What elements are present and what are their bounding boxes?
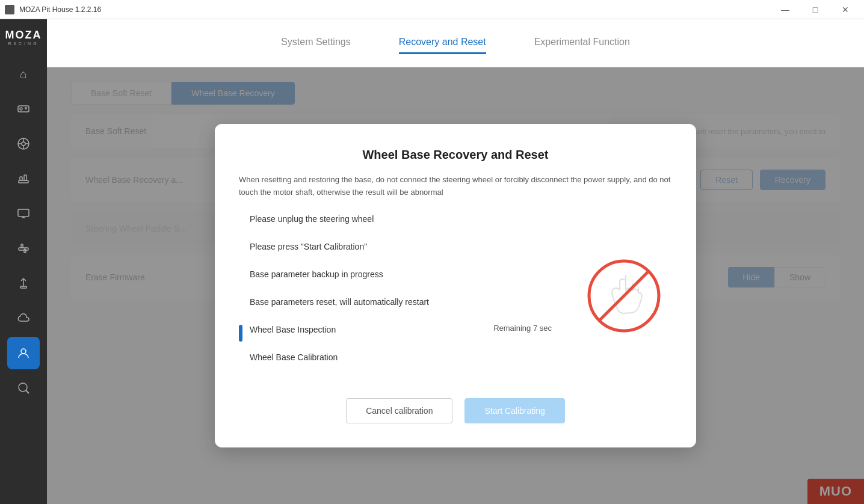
modal-buttons: Cancel calibration Start Calibrating xyxy=(239,398,672,423)
step-1-indicator xyxy=(239,214,242,231)
tab-system-settings[interactable]: System Settings xyxy=(281,32,351,54)
sidebar-item-handbrake[interactable] xyxy=(7,267,40,300)
sidebar-item-user[interactable] xyxy=(7,337,40,369)
svg-rect-13 xyxy=(18,209,29,217)
svg-point-1 xyxy=(20,108,22,110)
sidebar-item-display[interactable] xyxy=(7,197,40,230)
svg-line-23 xyxy=(26,390,29,393)
modal-dialog: Wheel Base Recovery and Reset When reset… xyxy=(215,124,696,448)
step-2: Please press "Start Calibration" xyxy=(239,241,552,259)
modal-body: Please unplug the steering wheel Please … xyxy=(239,213,672,379)
sidebar-item-pedals[interactable] xyxy=(7,162,40,195)
step-5: Wheel Base Inspection Remaining 7 sec xyxy=(239,324,552,342)
step-5-text: Wheel Base Inspection xyxy=(250,324,481,336)
modal-warning: When resetting and restoring the base, d… xyxy=(239,174,672,199)
sidebar: MOZA RACING ⌂ xyxy=(0,19,47,504)
svg-rect-11 xyxy=(20,177,22,180)
modal-steps: Please unplug the steering wheel Please … xyxy=(239,213,552,379)
main-content-area: System Settings Recovery and Reset Exper… xyxy=(47,19,864,504)
step-3-text: Base parameter backup in progress xyxy=(250,268,552,281)
svg-rect-20 xyxy=(20,286,26,288)
step-3-indicator xyxy=(239,269,242,286)
window-controls: — □ ✕ xyxy=(771,0,859,19)
step-3: Base parameter backup in progress xyxy=(239,268,552,286)
svg-point-21 xyxy=(21,349,26,354)
no-touch-icon-area xyxy=(576,213,672,379)
logo-sub: RACING xyxy=(5,41,42,46)
app-layout: MOZA RACING ⌂ xyxy=(0,19,864,504)
tab-bar: System Settings Recovery and Reset Exper… xyxy=(47,19,864,67)
step-2-text: Please press "Start Calibration" xyxy=(250,241,552,253)
titlebar-left: MOZA Pit House 1.2.2.16 xyxy=(5,5,101,14)
step-4: Base parameters reset, will automaticall… xyxy=(239,296,552,314)
sidebar-item-home[interactable]: ⌂ xyxy=(7,58,40,90)
step-1-text: Please unplug the steering wheel xyxy=(250,213,552,226)
step-5-remaining: Remaining 7 sec xyxy=(493,324,552,333)
step-6: Wheel Base Calibration xyxy=(239,351,552,369)
minimize-button[interactable]: — xyxy=(771,0,799,19)
close-button[interactable]: ✕ xyxy=(832,0,859,19)
tab-experimental[interactable]: Experimental Function xyxy=(534,32,630,54)
svg-rect-18 xyxy=(24,249,26,253)
page-content: Base Soft Reset Wheel Base Recovery Base… xyxy=(47,67,864,504)
step-2-indicator xyxy=(239,242,242,259)
sidebar-item-shifter[interactable] xyxy=(7,232,40,265)
step-1: Please unplug the steering wheel xyxy=(239,213,552,231)
sidebar-item-ai[interactable] xyxy=(7,372,40,404)
titlebar: MOZA Pit House 1.2.2.16 — □ ✕ xyxy=(0,0,864,19)
step-6-indicator xyxy=(239,352,242,369)
sidebar-item-wheel[interactable] xyxy=(7,128,40,160)
step-5-indicator xyxy=(239,325,242,342)
maximize-button[interactable]: □ xyxy=(801,0,829,19)
svg-rect-12 xyxy=(24,175,26,180)
svg-point-22 xyxy=(19,383,27,392)
sidebar-logo: MOZA RACING xyxy=(5,29,42,46)
modal-overlay: Wheel Base Recovery and Reset When reset… xyxy=(47,67,864,504)
tab-recovery-reset[interactable]: Recovery and Reset xyxy=(399,32,486,54)
no-touch-icon xyxy=(585,257,663,335)
step-6-text: Wheel Base Calibration xyxy=(250,351,552,364)
app-title: MOZA Pit House 1.2.2.16 xyxy=(19,5,101,14)
cancel-calibration-button[interactable]: Cancel calibration xyxy=(346,398,452,423)
start-calibrating-button[interactable]: Start Calibrating xyxy=(464,398,564,423)
svg-rect-17 xyxy=(21,244,23,248)
app-logo-icon xyxy=(5,5,14,14)
step-4-text: Base parameters reset, will automaticall… xyxy=(250,296,552,309)
modal-title: Wheel Base Recovery and Reset xyxy=(239,148,672,162)
sidebar-item-cloud[interactable] xyxy=(7,302,40,334)
step-4-indicator xyxy=(239,297,242,314)
svg-rect-16 xyxy=(19,248,28,250)
logo-text: MOZA xyxy=(5,29,42,41)
svg-point-5 xyxy=(22,142,25,146)
sidebar-item-device[interactable] xyxy=(7,93,40,125)
